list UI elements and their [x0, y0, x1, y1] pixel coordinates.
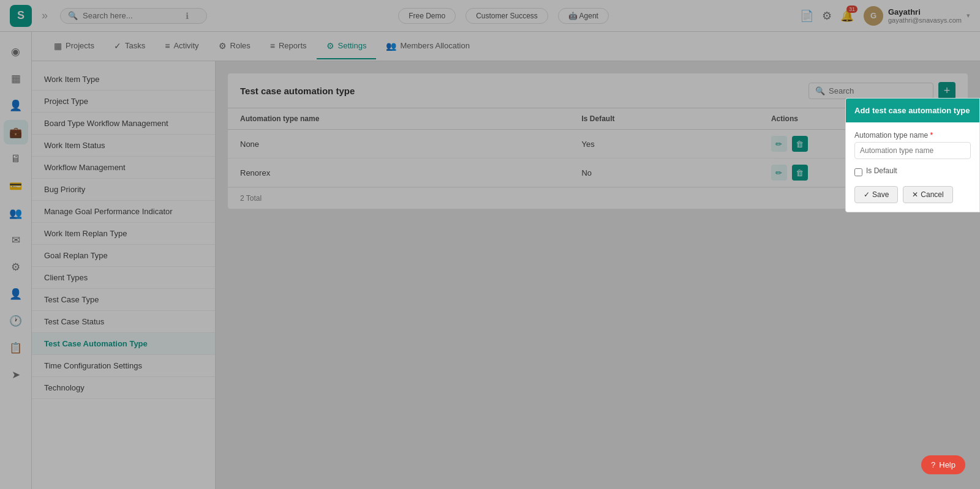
- is-default-checkbox-row: Is Default: [854, 166, 971, 177]
- popup-title: Add test case automation type: [854, 106, 970, 115]
- required-star: *: [930, 131, 933, 140]
- is-default-label: Is Default: [866, 166, 897, 175]
- automation-type-label: Automation type name *: [854, 131, 971, 140]
- cancel-icon: ✕: [912, 190, 918, 199]
- popup-header: Add test case automation type: [846, 99, 979, 122]
- save-label: Save: [872, 190, 889, 199]
- is-default-field: Is Default: [854, 166, 971, 177]
- popup-body: Automation type name * Is Default ✓ Save…: [846, 122, 979, 212]
- help-button[interactable]: ? Help: [921, 455, 965, 474]
- automation-type-field: Automation type name *: [854, 131, 971, 159]
- help-icon: ?: [931, 460, 935, 469]
- save-button[interactable]: ✓ Save: [854, 186, 898, 203]
- cancel-button[interactable]: ✕ Cancel: [903, 186, 952, 203]
- is-default-checkbox[interactable]: [854, 168, 862, 176]
- cancel-label: Cancel: [921, 190, 943, 199]
- automation-type-input[interactable]: [854, 142, 971, 159]
- popup-panel: Add test case automation type Automation…: [845, 98, 980, 212]
- save-icon: ✓: [864, 190, 870, 199]
- popup-actions: ✓ Save ✕ Cancel: [854, 186, 971, 203]
- help-label: Help: [939, 460, 956, 469]
- popup-overlay[interactable]: [0, 0, 980, 489]
